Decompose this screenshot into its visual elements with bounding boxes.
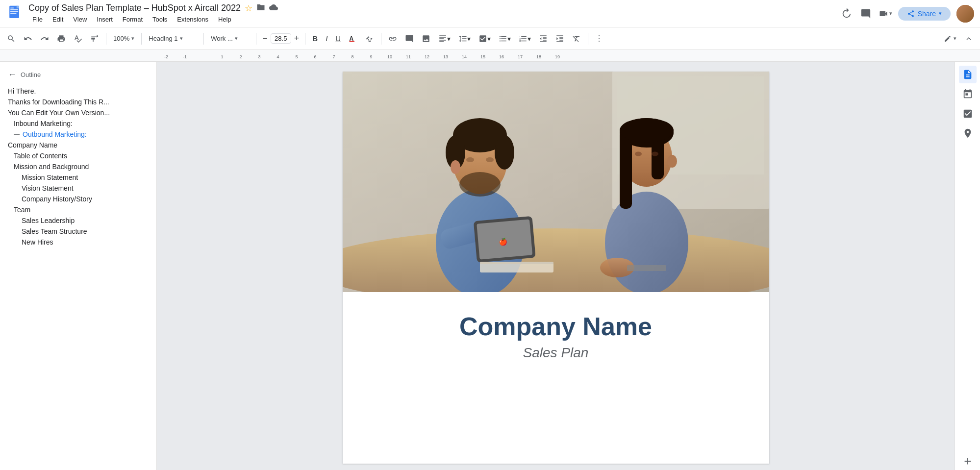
menu-help[interactable]: Help <box>214 15 235 24</box>
menu-tools[interactable]: Tools <box>149 15 171 24</box>
outline-item-team[interactable]: Team <box>0 204 156 215</box>
bold-button[interactable]: B <box>309 32 321 45</box>
toolbar: 100% ▾ Heading 1 ▾ Work ... ▾ − + B I U … <box>0 27 980 50</box>
checklist-dropdown[interactable]: ▾ <box>476 32 494 45</box>
back-arrow-icon[interactable]: ← <box>8 70 17 80</box>
paint-format-button[interactable] <box>87 32 102 45</box>
italic-button[interactable]: I <box>323 32 330 45</box>
font-size-input[interactable] <box>271 33 291 44</box>
bold-label: B <box>312 34 318 43</box>
more-options-button[interactable]: ⋮ <box>592 32 606 45</box>
history-icon[interactable] <box>839 7 853 21</box>
outline-item-sales-team-structure[interactable]: Sales Team Structure <box>0 226 156 237</box>
outline-item-toc[interactable]: Table of Contents <box>0 150 156 161</box>
share-label: Share <box>918 10 936 18</box>
cover-image: 🍎 <box>343 72 769 292</box>
menu-insert[interactable]: Insert <box>93 15 117 24</box>
outline-item-thanks[interactable]: Thanks for Downloading This R... <box>0 97 156 107</box>
menu-extensions[interactable]: Extensions <box>173 15 212 24</box>
highlight-button[interactable] <box>362 32 377 45</box>
zoom-dropdown[interactable]: 100% ▾ <box>110 33 137 44</box>
ruler-mark: 13 <box>436 54 455 59</box>
add-comment-button[interactable] <box>402 32 417 45</box>
video-icon[interactable]: ▾ <box>879 7 892 21</box>
outline-item-mission-statement[interactable]: Mission Statement <box>0 172 156 183</box>
outline-item-company-history[interactable]: Company History/Story <box>0 194 156 204</box>
editing-mode-dropdown[interactable]: ▾ <box>941 33 959 45</box>
align-dropdown[interactable]: ▾ <box>435 32 453 45</box>
ruler-mark: 3 <box>250 54 269 59</box>
outline-item-outbound-marketing[interactable]: — Outbound Marketing: <box>0 129 156 140</box>
side-panel-add-icon[interactable] <box>959 452 977 470</box>
bullet-list-dropdown[interactable]: ▾ <box>496 32 514 45</box>
decrease-font-button[interactable]: − <box>260 32 270 45</box>
star-icon[interactable]: ☆ <box>245 3 252 14</box>
ruler-mark: 2 <box>231 54 250 59</box>
outline-item-company-name[interactable]: Company Name <box>0 140 156 150</box>
line-spacing-dropdown[interactable]: ▾ <box>455 32 474 45</box>
menu-edit[interactable]: Edit <box>49 15 67 24</box>
print-button[interactable] <box>54 32 69 45</box>
side-panel-maps-icon[interactable] <box>959 124 977 142</box>
search-button[interactable] <box>4 32 19 45</box>
outline-item-edit-version[interactable]: You Can Edit Your Own Version... <box>0 107 156 118</box>
heading-style-value: Heading 1 <box>149 35 177 42</box>
menu-format[interactable]: Format <box>119 15 147 24</box>
ruler-mark: 5 <box>287 54 306 59</box>
outline-item-hi-there[interactable]: Hi There. <box>0 86 156 97</box>
comments-icon[interactable] <box>859 7 873 21</box>
increase-indent-button[interactable] <box>553 32 567 45</box>
document-area[interactable]: 🍎 <box>157 62 955 470</box>
underline-button[interactable]: U <box>332 32 344 45</box>
outline-item-vision-statement[interactable]: Vision Statement <box>0 183 156 194</box>
ruler-mark: 16 <box>492 54 511 59</box>
svg-point-20 <box>466 157 474 162</box>
spellcheck-button[interactable] <box>71 32 85 45</box>
main-layout: ← Outline Hi There. Thanks for Downloadi… <box>0 62 980 470</box>
menu-file[interactable]: File <box>28 15 47 24</box>
folder-icon[interactable] <box>256 3 265 14</box>
outline-item-sales-leadership[interactable]: Sales Leadership <box>0 215 156 226</box>
docs-icon <box>6 5 24 23</box>
clear-formatting-button[interactable] <box>569 32 584 45</box>
heading-chevron: ▾ <box>180 35 183 42</box>
svg-point-33 <box>620 118 674 143</box>
svg-rect-6 <box>17 5 19 8</box>
decrease-indent-button[interactable] <box>536 32 551 45</box>
toolbar-sep-3 <box>203 33 204 45</box>
svg-rect-31 <box>620 130 632 209</box>
increase-font-button[interactable]: + <box>292 32 302 45</box>
redo-button[interactable] <box>37 32 52 45</box>
svg-point-12 <box>343 228 769 292</box>
svg-point-35 <box>652 152 658 156</box>
numbered-list-dropdown[interactable]: ▾ <box>516 32 534 45</box>
side-panel-calendar-icon[interactable] <box>959 85 977 103</box>
insert-image-button[interactable] <box>419 32 433 45</box>
side-panel-tasks-icon[interactable] <box>959 105 977 123</box>
outline-item-mission-background[interactable]: Mission and Background <box>0 161 156 172</box>
ruler-mark: 6 <box>306 54 325 59</box>
outline-item-inbound-marketing[interactable]: Inbound Marketing: <box>0 118 156 129</box>
outline-item-new-hires[interactable]: New Hires <box>0 237 156 247</box>
svg-point-22 <box>451 160 460 174</box>
share-button[interactable]: Share ▾ <box>898 7 951 21</box>
text-color-button[interactable]: A <box>346 32 360 45</box>
link-button[interactable] <box>385 32 400 45</box>
ruler-mark: -2 <box>157 54 176 59</box>
editing-chevron: ▾ <box>954 35 956 42</box>
underline-label: U <box>335 34 341 43</box>
italic-label: I <box>326 34 327 43</box>
menu-view[interactable]: View <box>69 15 91 24</box>
side-panel-docs-icon[interactable] <box>959 66 977 83</box>
undo-button[interactable] <box>21 32 35 45</box>
zoom-value: 100% <box>113 35 129 42</box>
document-title[interactable]: Copy of Sales Plan Template – HubSpot x … <box>28 3 241 14</box>
toolbar-sep-7 <box>588 33 588 45</box>
user-avatar[interactable] <box>956 5 974 23</box>
cloud-icon[interactable] <box>269 3 278 14</box>
expand-toolbar-button[interactable] <box>961 32 976 45</box>
ruler: -2 -1 1 2 3 4 5 6 7 8 9 10 11 12 13 14 1… <box>0 50 980 62</box>
document-page: 🍎 <box>343 72 769 464</box>
heading-style-dropdown[interactable]: Heading 1 ▾ <box>146 33 200 44</box>
font-family-dropdown[interactable]: Work ... ▾ <box>208 33 252 44</box>
